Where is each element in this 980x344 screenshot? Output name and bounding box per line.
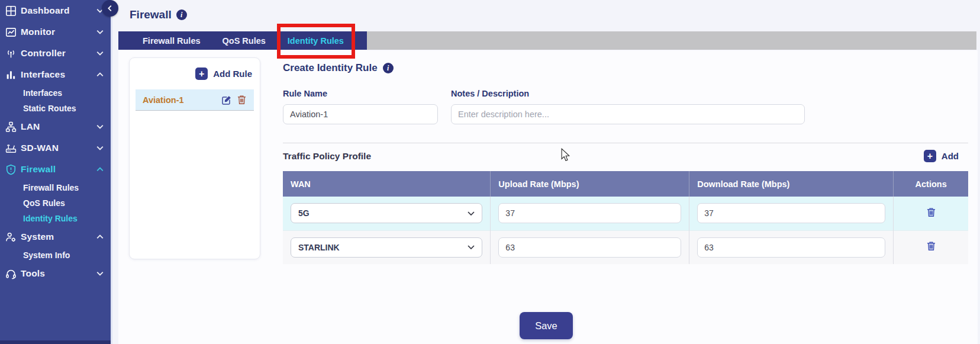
sidebar-item-label: SD-WAN [21,143,96,153]
wan-select[interactable]: 5G [291,203,482,223]
trash-icon [237,95,246,105]
sidebar-item-firewall[interactable]: Firewall [0,159,111,180]
table-row: STARLINK [283,230,968,264]
sidebar-item-monitor[interactable]: Monitor [0,21,111,43]
wan-select-value: 5G [298,208,468,218]
monitor-icon [5,27,17,38]
sidebar-subitem-identity-rules[interactable]: Identity Rules [0,211,111,226]
delete-row-button[interactable] [927,241,936,251]
add-rule-button[interactable]: + Add Rule [130,58,260,87]
sidebar-item-label: Controller [21,48,96,59]
sidebar-item-controller[interactable]: Controller [0,43,111,64]
sidebar-subitem-label: Static Routes [23,104,76,113]
edit-rule-button[interactable] [221,95,232,105]
table-header-row: WAN Upload Rate (Mbps) Download Rate (Mb… [283,171,968,197]
mouse-cursor [561,148,570,162]
form-title-row: Create Identity Rule i [283,62,968,74]
trash-icon [927,241,936,251]
identity-rule-form: Create Identity Rule i Rule Name Notes /… [283,57,968,264]
save-row: Save [112,312,980,339]
chevron-down-icon [96,144,104,152]
chevron-down-icon [96,28,104,36]
sidebar-item-sdwan[interactable]: SD-WAN [0,137,111,159]
tab-bar-empty-area [367,31,976,50]
trash-icon [927,207,936,217]
sidebar-subitem-label: Firewall Rules [23,183,79,192]
delete-row-button[interactable] [927,207,936,217]
save-button[interactable]: Save [520,312,573,339]
rule-name-label: Rule Name [283,89,438,98]
rule-name-field-group: Rule Name [283,89,438,124]
chevron-up-icon [96,71,104,78]
annotation-red-box [277,24,355,59]
edit-pencil-icon [221,95,232,105]
app-window: Dashboard Monitor Controller [0,0,980,344]
add-label: Add [942,151,959,161]
chevron-down-icon [96,123,104,130]
tab-firewall-rules[interactable]: Firewall Rules [143,36,201,46]
notes-label: Notes / Description [451,89,805,98]
chevron-down-icon [96,270,104,277]
sidebar-subitem-static-routes[interactable]: Static Routes [0,101,111,116]
tab-bar: Firewall Rules QoS Rules Identity Rules [118,31,976,50]
upload-rate-input[interactable] [498,237,681,258]
sidebar-subitem-label: Interfaces [23,88,62,98]
sidebar-item-tools[interactable]: Tools [0,263,111,284]
table-row: 5G [283,197,968,230]
column-header-download: Download Rate (Mbps) [689,171,894,197]
sidebar-item-dashboard[interactable]: Dashboard [0,0,111,21]
sidebar-item-system[interactable]: System [0,226,111,247]
notes-field-group: Notes / Description [451,89,805,124]
sidebar-item-interfaces[interactable]: Interfaces [0,64,111,85]
dashboard-icon [5,5,17,17]
delete-rule-button[interactable] [237,95,248,105]
upload-rate-input[interactable] [498,203,681,223]
sidebar-bottom-strip [0,340,111,344]
chevron-down-icon [468,211,475,216]
sidebar-subitem-label: System Info [23,250,70,260]
sidebar-item-label: LAN [21,121,96,132]
traffic-policy-table: WAN Upload Rate (Mbps) Download Rate (Mb… [283,171,968,264]
chevron-left-icon [105,4,115,13]
rule-list-item[interactable]: Aviation-1 [136,89,254,111]
chevron-up-icon [96,233,104,240]
sidebar-item-label: Tools [21,268,96,279]
wan-select-value: STARLINK [298,243,468,252]
add-rule-label: Add Rule [213,69,252,79]
section-divider [283,143,968,143]
chevron-down-icon [468,245,475,249]
traffic-policy-header-row: Traffic Policy Profile + Add [283,150,968,162]
sidebar-subitem-system-info[interactable]: System Info [0,247,111,263]
form-title: Create Identity Rule [283,62,378,74]
download-rate-input[interactable] [697,237,885,258]
tab-qos-rules[interactable]: QoS Rules [223,36,266,46]
download-rate-input[interactable] [697,203,885,223]
router-icon [5,143,17,154]
sidebar-subitem-interfaces[interactable]: Interfaces [0,85,111,101]
add-traffic-policy-button[interactable]: + Add [924,150,968,162]
sidebar-item-lan[interactable]: LAN [0,116,111,137]
main-content: Firewall i Firewall Rules QoS Rules Iden… [112,0,980,344]
user-gear-icon [5,232,17,243]
sidebar-subitem-firewall-rules[interactable]: Firewall Rules [0,180,111,195]
column-header-upload: Upload Rate (Mbps) [491,171,689,197]
info-icon[interactable]: i [383,63,394,73]
traffic-policy-label: Traffic Policy Profile [283,151,924,162]
sidebar-item-label: System [21,232,96,242]
chevron-up-icon [96,166,104,173]
info-icon[interactable]: i [176,9,187,20]
bar-chart-icon [5,69,17,81]
rule-name-input[interactable] [283,104,438,124]
wan-select[interactable]: STARLINK [291,237,482,258]
sidebar-subitem-label: Identity Rules [23,214,78,223]
notes-input[interactable] [451,104,805,124]
antenna-icon [5,48,17,59]
column-header-actions: Actions [894,171,968,197]
sidebar-item-label: Dashboard [21,5,96,16]
page-header: Firewall i [130,8,187,21]
sidebar-subitem-qos-rules[interactable]: QoS Rules [0,195,111,211]
sidebar: Dashboard Monitor Controller [0,0,111,344]
shield-icon [5,164,17,175]
lan-network-icon [5,121,17,133]
sidebar-collapse-button[interactable] [102,0,118,17]
